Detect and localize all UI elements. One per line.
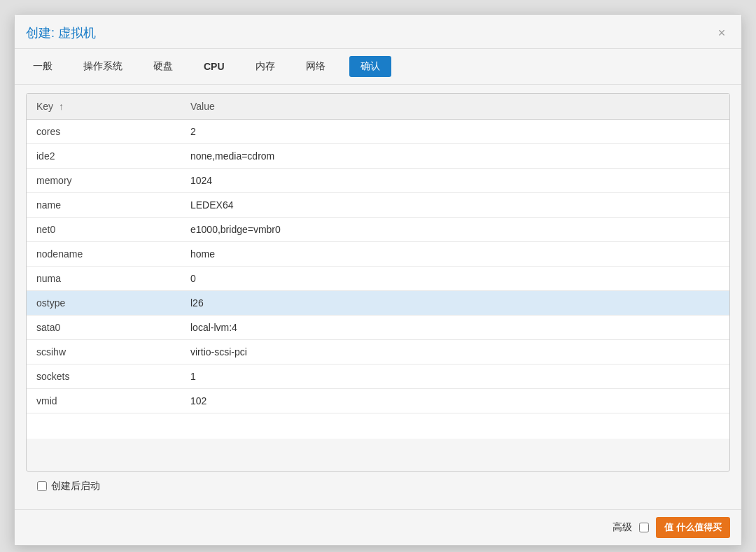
start-after-create-label[interactable]: 创建后启动 bbox=[37, 480, 100, 493]
key-cell: sata0 bbox=[27, 316, 181, 340]
advanced-label: 高级 bbox=[612, 521, 632, 534]
key-cell: scsihw bbox=[27, 340, 181, 365]
table-row[interactable]: cores2 bbox=[27, 120, 729, 144]
table-row[interactable]: nodenamehome bbox=[27, 242, 729, 267]
table-row[interactable]: memory1024 bbox=[27, 169, 729, 193]
key-cell: memory bbox=[27, 169, 181, 193]
table-row[interactable]: sockets1 bbox=[27, 365, 729, 389]
table-row[interactable]: vmid102 bbox=[27, 389, 729, 413]
value-cell: 1024 bbox=[181, 169, 729, 193]
key-cell: sockets bbox=[27, 365, 181, 389]
value-cell: none,media=cdrom bbox=[181, 144, 729, 169]
sort-arrow: ↑ bbox=[59, 101, 64, 112]
close-button[interactable]: × bbox=[713, 24, 730, 41]
value-cell: virtio-scsi-pci bbox=[181, 340, 729, 365]
table-row[interactable]: ostypel26 bbox=[27, 291, 729, 316]
config-table: Key ↑ Value cores2ide2none,media=cdromme… bbox=[27, 94, 729, 439]
table-row[interactable]: ide2none,media=cdrom bbox=[27, 144, 729, 169]
advanced-checkbox[interactable] bbox=[639, 523, 649, 532]
value-cell: 0 bbox=[181, 267, 729, 291]
value-cell: 2 bbox=[181, 120, 729, 144]
key-cell: nodename bbox=[27, 242, 181, 267]
tab-cpu[interactable]: CPU bbox=[197, 57, 232, 76]
table-row[interactable]: sata0local-lvm:4 bbox=[27, 316, 729, 340]
tabs-bar: 一般 操作系统 硬盘 CPU 内存 网络 确认 bbox=[15, 49, 741, 85]
key-cell: numa bbox=[27, 267, 181, 291]
tab-confirm[interactable]: 确认 bbox=[349, 56, 391, 77]
value-cell: e1000,bridge=vmbr0 bbox=[181, 218, 729, 242]
value-column-header: Value bbox=[181, 94, 729, 120]
tab-disk[interactable]: 硬盘 bbox=[146, 56, 180, 77]
create-vm-dialog: 创建: 虚拟机 × 一般 操作系统 硬盘 CPU 内存 网络 确认 Key ↑ bbox=[14, 14, 742, 546]
key-column-header[interactable]: Key ↑ bbox=[27, 94, 181, 120]
table-row[interactable]: scsihwvirtio-scsi-pci bbox=[27, 340, 729, 365]
watermark: 值 什么值得买 bbox=[656, 517, 730, 538]
table-row[interactable]: numa0 bbox=[27, 267, 729, 291]
key-cell: ide2 bbox=[27, 144, 181, 169]
dialog-header: 创建: 虚拟机 × bbox=[15, 15, 741, 49]
footer-bar: 创建后启动 bbox=[26, 472, 730, 501]
tab-network[interactable]: 网络 bbox=[299, 56, 332, 77]
value-cell: 102 bbox=[181, 389, 729, 413]
value-cell: LEDEX64 bbox=[181, 193, 729, 218]
value-cell: local-lvm:4 bbox=[181, 316, 729, 340]
key-cell: name bbox=[27, 193, 181, 218]
empty-row bbox=[27, 413, 729, 439]
tab-general[interactable]: 一般 bbox=[26, 56, 59, 77]
bottom-bar: 高级 值 什么值得买 bbox=[15, 509, 741, 545]
dialog-title: 创建: 虚拟机 bbox=[26, 24, 96, 41]
tab-memory[interactable]: 内存 bbox=[248, 56, 282, 77]
start-after-create-checkbox[interactable] bbox=[37, 481, 47, 491]
value-cell: home bbox=[181, 242, 729, 267]
key-cell: vmid bbox=[27, 389, 181, 413]
table-header-row: Key ↑ Value bbox=[27, 94, 729, 120]
tab-os[interactable]: 操作系统 bbox=[76, 56, 130, 77]
key-cell: net0 bbox=[27, 218, 181, 242]
key-cell: cores bbox=[27, 120, 181, 144]
table-container: Key ↑ Value cores2ide2none,media=cdromme… bbox=[26, 93, 730, 472]
value-cell: 1 bbox=[181, 365, 729, 389]
value-cell: l26 bbox=[181, 291, 729, 316]
table-row[interactable]: net0e1000,bridge=vmbr0 bbox=[27, 218, 729, 242]
table-row[interactable]: nameLEDEX64 bbox=[27, 193, 729, 218]
key-cell: ostype bbox=[27, 291, 181, 316]
main-content: Key ↑ Value cores2ide2none,media=cdromme… bbox=[15, 85, 741, 509]
table-body: cores2ide2none,media=cdrommemory1024name… bbox=[27, 120, 729, 439]
